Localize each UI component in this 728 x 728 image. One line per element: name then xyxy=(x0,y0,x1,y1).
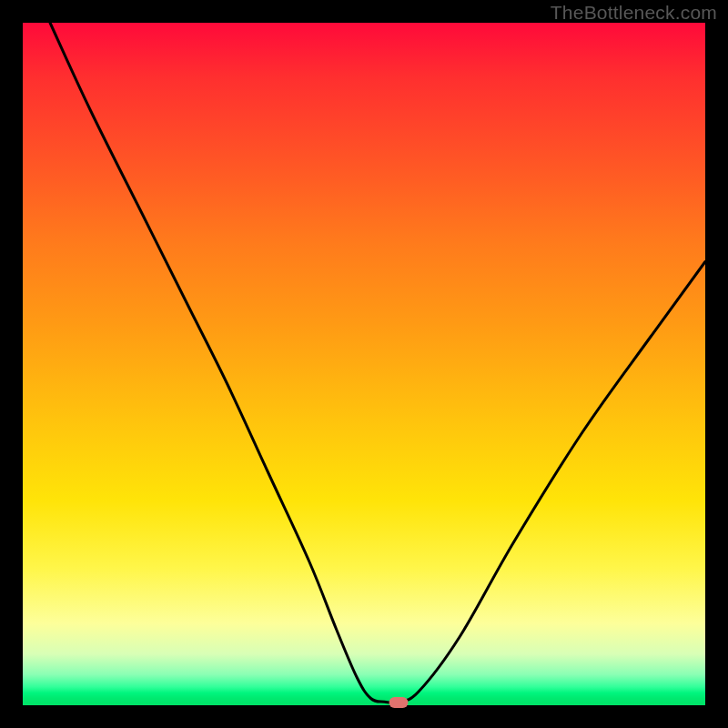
curve-path xyxy=(50,23,705,703)
watermark-text: TheBottleneck.com xyxy=(551,2,717,24)
bottleneck-curve xyxy=(23,23,705,705)
optimal-point-marker xyxy=(389,697,408,708)
chart-frame: TheBottleneck.com xyxy=(0,0,728,728)
plot-area xyxy=(23,23,705,705)
